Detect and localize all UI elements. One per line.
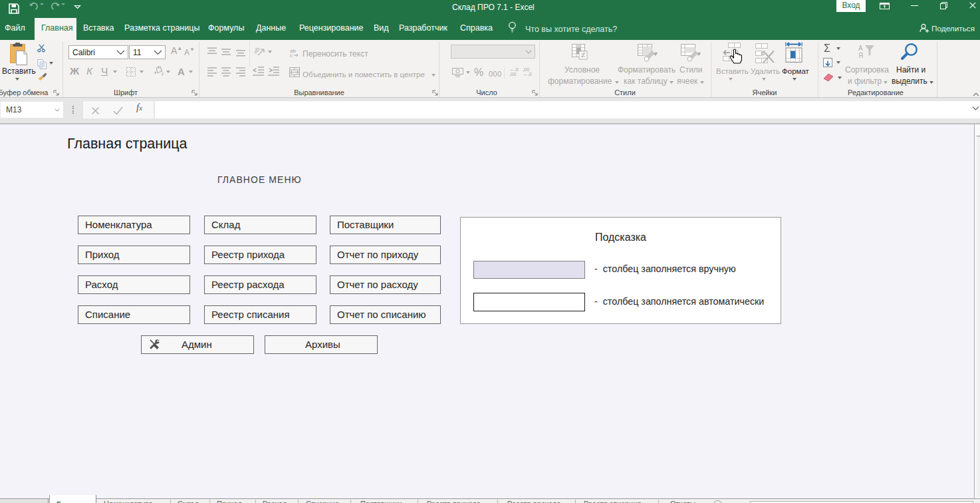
svg-text:c: c [290,53,293,57]
svg-text:Я: Я [858,52,863,59]
svg-text:А: А [858,45,863,52]
